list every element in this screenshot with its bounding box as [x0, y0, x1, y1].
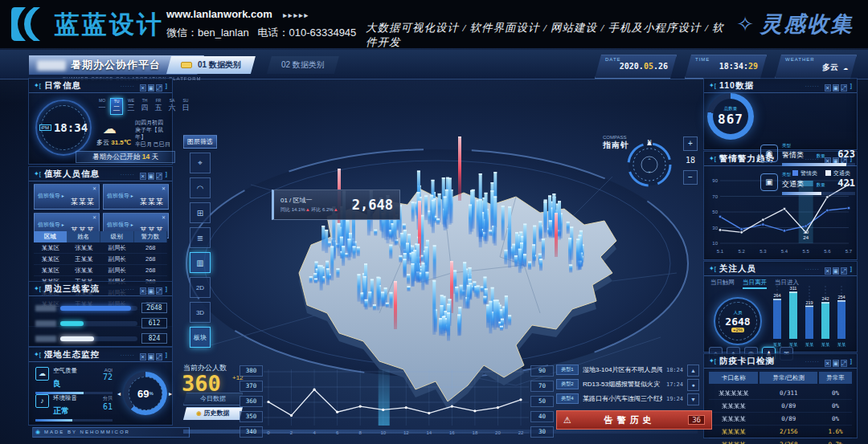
- panel-close-icon[interactable]: ✕: [825, 267, 831, 275]
- brand-bar: 蓝蓝设计 www.lanlanwork.com ▸▸▸▸▸ 微信：ben_lan…: [0, 0, 868, 48]
- duty-leader-card[interactable]: 值班领导 ▸✕某某某: [103, 184, 169, 210]
- panel-close-icon[interactable]: ✕: [140, 173, 146, 180]
- panel-close-icon[interactable]: ✕: [140, 353, 146, 360]
- compass-dial[interactable]: N ⌃ ⌄: [624, 137, 675, 189]
- alarm-type-badge: 类型1: [556, 365, 579, 375]
- flow-row: 2648: [35, 303, 167, 313]
- alarm-scroll-dot-icon[interactable]: ●: [687, 379, 699, 391]
- eco-gauge: 69%: [124, 372, 167, 415]
- office-line-chart: 0246810121416182022: [264, 363, 529, 437]
- zoom-out-button[interactable]: −: [683, 170, 698, 185]
- week-strip: MO一TU二WE三TH四FR五SA六SU日: [96, 98, 191, 115]
- panel-close-icon[interactable]: ✕: [825, 360, 831, 367]
- bar-chart-icon[interactable]: ▥: [190, 252, 211, 273]
- tab-pill-icon: [181, 62, 192, 68]
- panel-expand-icon[interactable]: ⤢: [841, 267, 847, 275]
- panel-expand-icon[interactable]: ⤢: [156, 353, 162, 360]
- alarm-row[interactable]: 类型2RD13-53烟感报警疑似火灾17:24: [556, 378, 683, 390]
- gauge-right-arrow-icon[interactable]: ▸: [169, 390, 172, 397]
- focus-tab[interactable]: 当日触网: [710, 279, 735, 289]
- close-icon[interactable]: ✕: [162, 214, 166, 220]
- focus-tab[interactable]: 当日离开: [743, 279, 767, 289]
- dashboard-canvas[interactable]: 暑期办公协作平台 SUMMER OFFICE COLLABORATION PLA…: [0, 48, 868, 444]
- week-day[interactable]: WE三: [125, 98, 137, 115]
- focus-bar-chart: 264某某311某某219某某242某某254某某: [768, 279, 854, 348]
- svg-text:10: 10: [380, 430, 386, 435]
- checkpoint-row[interactable]: 某某某某某0/3110%: [709, 387, 852, 400]
- brand-logo-text: 蓝蓝设计: [55, 8, 164, 42]
- weather-status: 多云: [96, 139, 109, 146]
- svg-text:219: 219: [805, 300, 813, 305]
- table-row[interactable]: 某某区王某某副局长268: [34, 254, 167, 265]
- redacted-line-label: [35, 336, 56, 342]
- checkpoint-row[interactable]: 某某某某2/2680.7%: [709, 438, 852, 444]
- data-category-tabs: 01 数据类别02 数据类别: [166, 56, 339, 74]
- zoom-in-button[interactable]: +: [683, 136, 698, 151]
- alarm-scroll-down-icon[interactable]: ▼: [687, 393, 699, 405]
- panel-window-icon[interactable]: ▣: [148, 173, 155, 180]
- week-day[interactable]: SA六: [166, 98, 178, 115]
- panel-window-icon[interactable]: ▣: [148, 353, 155, 360]
- close-icon[interactable]: ✕: [92, 214, 96, 220]
- duty-leader-card[interactable]: 值班领导 ▸✕某某某: [34, 184, 100, 210]
- svg-text:5.7: 5.7: [845, 249, 853, 254]
- brand-phone: 电话：010-63334945: [257, 26, 356, 39]
- table-row[interactable]: 某某区张某某副局长268: [34, 242, 167, 254]
- panel-eco-monitor: 湿地生态监控······✕▣⤢ 69% ◂ ▸ ☁空气质量良AQI72♪环境噪音…: [28, 347, 173, 426]
- office-axis-label: 350: [240, 411, 263, 422]
- close-icon[interactable]: ✕: [92, 185, 96, 191]
- list-icon[interactable]: ≣: [190, 227, 211, 248]
- checkpoint-row[interactable]: 某某某某0/890%: [709, 400, 852, 413]
- grid-icon[interactable]: ⊞: [190, 202, 211, 223]
- table-header-row: 卡口名称异常/已检测异常率: [709, 372, 852, 384]
- week-day[interactable]: MO一: [96, 98, 108, 115]
- today-data-button[interactable]: 今日数据: [183, 393, 243, 405]
- panel-window-icon[interactable]: ▣: [833, 360, 840, 367]
- brand-website[interactable]: www.lanlanwork.com: [166, 8, 272, 20]
- checkpoint-row[interactable]: 某某某某0/890%: [709, 413, 852, 426]
- week-day[interactable]: SU日: [180, 98, 191, 115]
- week-day[interactable]: TH四: [139, 98, 150, 115]
- radar-icon[interactable]: ◠: [190, 177, 211, 198]
- alarm-scroll-up-icon[interactable]: ▲: [687, 365, 699, 377]
- gauge-left-arrow-icon[interactable]: ◂: [117, 390, 121, 397]
- svg-text:311: 311: [790, 286, 797, 291]
- tab-data-category-2[interactable]: 02 数据类别: [267, 56, 339, 74]
- history-data-button[interactable]: 历史数据: [183, 407, 243, 420]
- mode-3d-button[interactable]: 3D: [190, 302, 211, 323]
- panel-window-icon[interactable]: ▣: [148, 84, 155, 92]
- location-icon[interactable]: ⌖: [190, 153, 211, 173]
- alarm-time: 17:24: [666, 381, 683, 388]
- panel-expand-icon[interactable]: ⤢: [156, 84, 162, 92]
- tooltip-value: 2,648: [352, 197, 393, 213]
- tab-data-category-1[interactable]: 01 数据类别: [166, 56, 256, 74]
- map-tooltip: 01 / 区域一 同比 14.1%▲ 环比 6.2%▲ 2,648: [272, 189, 400, 220]
- block-button[interactable]: 板块: [190, 327, 211, 348]
- date-chip: DATE 2020.05.26: [595, 55, 677, 79]
- panel-expand-icon[interactable]: ⤢: [841, 84, 847, 92]
- alarm-row[interactable]: 类型1湿地3-104片区有不明人员闯入18:24: [556, 364, 683, 376]
- alarm-history-banner[interactable]: ⚠ 告警历史 36: [556, 410, 712, 430]
- panel-close-icon[interactable]: ✕: [825, 84, 831, 92]
- table-row[interactable]: 某某区张某某副局长268: [34, 265, 167, 276]
- panel-close-icon[interactable]: ✕: [140, 84, 146, 92]
- panel-expand-icon[interactable]: ⤢: [156, 287, 162, 295]
- panel-window-icon[interactable]: ▣: [833, 84, 840, 92]
- checkpoint-row[interactable]: 某某某某2/1561.6%: [709, 426, 852, 438]
- time-chip: TIME 18:34:29: [685, 55, 767, 79]
- vehicle-icon: ▣: [760, 173, 778, 191]
- panel-close-icon[interactable]: ✕: [140, 287, 146, 295]
- week-day[interactable]: TU二: [110, 98, 123, 115]
- panel-window-icon[interactable]: ▣: [833, 267, 840, 275]
- platform-title: 暑期办公协作平台: [71, 58, 161, 72]
- eco-metric: ☁空气质量良AQI72: [35, 367, 113, 394]
- panel-expand-icon[interactable]: ⤢: [156, 173, 162, 180]
- panel-window-icon[interactable]: ▣: [148, 287, 155, 295]
- week-day[interactable]: FR五: [153, 98, 164, 115]
- mode-2d-button[interactable]: 2D: [190, 277, 211, 298]
- close-icon[interactable]: ✕: [162, 185, 166, 191]
- alarm-row[interactable]: 类型4某路口有小汽车连闯三个红灯19:24: [556, 393, 683, 405]
- panel-expand-icon[interactable]: ⤢: [841, 360, 847, 367]
- dashboard-header: 暑期办公协作平台 SUMMER OFFICE COLLABORATION PLA…: [0, 50, 868, 79]
- panel-title: 110数据: [719, 80, 754, 92]
